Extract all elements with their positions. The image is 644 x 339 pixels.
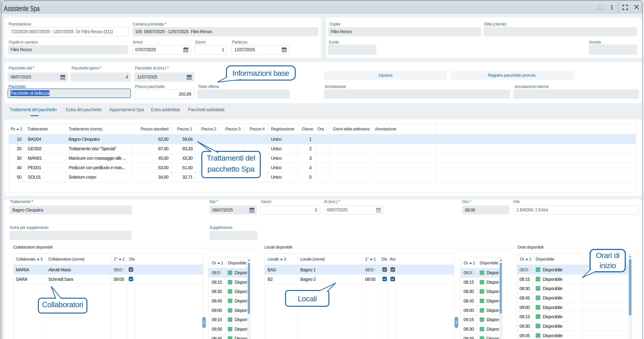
svg-text:Locali: Locali (298, 294, 317, 303)
svg-text:Informazioni base: Informazioni base (232, 69, 289, 77)
svg-text:Trattamenti del: Trattamenti del (207, 154, 255, 162)
svg-text:inizio: inizio (600, 261, 616, 270)
svg-text:pacchetto Spa: pacchetto Spa (208, 165, 254, 173)
svg-text:Collaboratori: Collaboratori (42, 300, 83, 309)
svg-text:Orari di: Orari di (596, 251, 620, 260)
